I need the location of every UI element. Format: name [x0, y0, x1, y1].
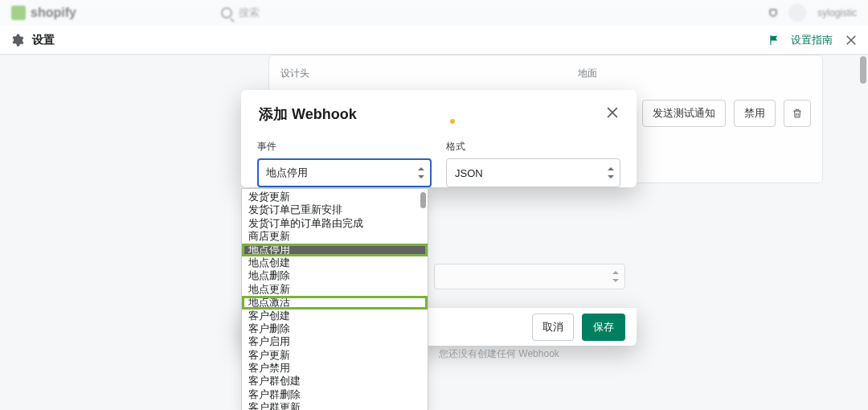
- col-header-event: 设计头: [280, 67, 546, 80]
- event-option[interactable]: 地点停用: [242, 244, 428, 256]
- flag-icon: [768, 35, 780, 46]
- add-webhook-modal: 添加 Webhook 事件 地点停用 格式 JSON: [241, 90, 637, 187]
- event-option[interactable]: 地点创建: [242, 256, 428, 269]
- page-scrollbar[interactable]: [860, 56, 866, 84]
- event-option[interactable]: 发货更新: [242, 191, 428, 203]
- select-stepper-icon: [417, 167, 425, 178]
- event-option[interactable]: 地点删除: [242, 269, 428, 282]
- format-field-label: 格式: [446, 140, 620, 154]
- shopify-leaf-icon: [11, 6, 26, 20]
- brand-logo: shopify: [11, 6, 76, 20]
- modal-title: 添加 Webhook: [259, 105, 357, 124]
- send-test-button[interactable]: 发送测试通知: [642, 100, 726, 127]
- brand-name: shopify: [31, 6, 76, 20]
- avatar[interactable]: [788, 4, 806, 22]
- event-option[interactable]: 地点更新: [242, 283, 428, 296]
- disable-button[interactable]: 禁用: [734, 100, 776, 127]
- modal-close-button[interactable]: [604, 105, 620, 124]
- event-option[interactable]: 发货订单的订单路由完成: [242, 217, 428, 230]
- event-select[interactable]: 地点停用: [257, 158, 432, 187]
- search-placeholder: 搜索: [239, 6, 260, 20]
- event-option[interactable]: 客户群删除: [242, 388, 428, 401]
- format-select-value: JSON: [455, 167, 483, 179]
- global-search[interactable]: 搜索: [221, 6, 260, 20]
- event-option[interactable]: 商店更新: [242, 230, 428, 243]
- save-button[interactable]: 保存: [582, 314, 625, 341]
- event-option[interactable]: 客户群更新: [242, 401, 428, 410]
- cancel-button[interactable]: 取消: [532, 314, 574, 341]
- listbox-scrollbar[interactable]: [420, 192, 426, 208]
- event-option[interactable]: 地点激活: [242, 296, 428, 309]
- empty-state-note: 您还没有创建任何 Webhook: [439, 347, 559, 361]
- event-option[interactable]: 客户更新: [242, 349, 428, 362]
- col-header-scope: 地面: [578, 67, 597, 80]
- event-option[interactable]: 客户禁用: [242, 362, 428, 375]
- setup-guide-link[interactable]: 设置指南: [791, 33, 833, 47]
- search-icon: [221, 7, 232, 18]
- app-topbar: shopify 搜索 sylogistic: [0, 0, 868, 26]
- trash-icon: [792, 108, 803, 119]
- page-title: 设置: [32, 33, 55, 47]
- select-stepper-icon: [612, 271, 620, 282]
- event-option[interactable]: 客户创建: [242, 310, 428, 322]
- event-option[interactable]: 客户群创建: [242, 375, 428, 387]
- event-field-label: 事件: [257, 140, 432, 154]
- gear-icon: [10, 33, 24, 47]
- event-options-listbox[interactable]: 发货更新发货订单已重新安排发货订单的订单路由完成商店更新地点停用地点创建地点删除…: [241, 188, 428, 410]
- delete-button[interactable]: [784, 100, 811, 127]
- event-option[interactable]: 客户删除: [242, 322, 428, 335]
- event-option[interactable]: 发货订单已重新安排: [242, 203, 428, 216]
- bell-icon[interactable]: [769, 9, 777, 17]
- decorative-dot-icon: [450, 119, 455, 124]
- event-select-value: 地点停用: [266, 166, 308, 180]
- api-version-select[interactable]: [434, 264, 625, 289]
- account-name: sylogistic: [817, 7, 857, 18]
- format-select[interactable]: JSON: [446, 158, 620, 187]
- event-option[interactable]: 客户启用: [242, 335, 428, 348]
- close-settings-button[interactable]: [844, 33, 858, 47]
- settings-header: 设置 设置指南: [0, 26, 868, 55]
- select-stepper-icon: [607, 167, 615, 178]
